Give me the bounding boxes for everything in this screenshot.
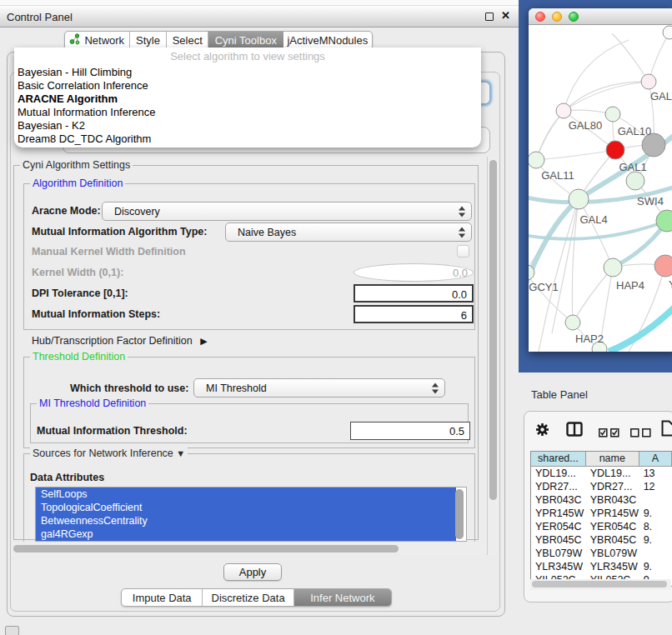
expand-right-icon: ▶ [200,336,207,346]
minimize-window-icon[interactable] [552,12,562,22]
column-header-name[interactable]: name [586,452,639,467]
network-edge-highlighted [609,302,672,352]
tab-impute-data[interactable]: Impute Data [122,589,203,606]
table-row[interactable]: YDR27...YDR27...12 [531,480,672,493]
manual-kernel-width-label: Manual Kernel Width Definition [32,246,186,258]
screen: Control Panel ✕ Network Style Select Cyn… [0,0,672,635]
hide-columns-icon[interactable] [630,426,651,441]
apply-button[interactable]: Apply [223,563,282,581]
node-swi4[interactable] [656,210,672,232]
popup-item-selected[interactable]: ARACNE Algorithm [14,92,481,106]
list-item[interactable]: TopologicalCoefficient [36,501,456,514]
mi-threshold-field[interactable]: 0.5 [350,422,470,440]
list-item[interactable]: SelfLoops [36,488,456,501]
node[interactable] [663,26,672,39]
which-threshold-combo[interactable]: MI Threshold [193,378,445,398]
tab-select[interactable]: Select [167,32,208,49]
popup-item[interactable]: Bayesian - Hill Climbing [14,66,481,79]
aracne-mode-combo[interactable]: Discovery [102,202,472,221]
tab-discretize-data[interactable]: Discretize Data [203,589,293,606]
network-graph: GAL GAL80 GAL10 GAL1 GAL11 SWI4 GAL4 GCY… [529,25,672,352]
network-nodes [529,26,672,352]
node-label: GCY1 [529,281,558,293]
kernel-width-label: Kernel Width (0,1): [32,267,123,278]
node-hap4[interactable] [604,258,622,277]
node[interactable] [654,255,672,277]
close-window-icon[interactable] [535,12,545,22]
node-gal4[interactable] [569,189,589,209]
table-row[interactable]: YBR043CYBR043C [531,493,672,507]
table-row[interactable]: YDL19...YDL19...13 [531,467,672,480]
node[interactable] [626,172,644,190]
panel-corner-button[interactable] [5,626,19,635]
node-label: GAL4 [579,213,607,226]
show-columns-icon[interactable] [599,426,619,441]
tab-infer-network[interactable]: Infer Network [294,589,391,606]
table-header-row: shared... name A [531,452,672,467]
popup-item[interactable]: Dream8 DC_TDC Algorithm [14,132,481,146]
network-canvas[interactable]: GAL GAL80 GAL10 GAL1 GAL11 SWI4 GAL4 GCY… [529,25,672,352]
node-gal1-selected[interactable] [606,141,624,159]
horizontal-scroll-thumb[interactable] [13,545,399,552]
document-icon[interactable] [661,420,672,440]
tab-style[interactable]: Style [130,32,168,49]
mi-steps-label: Mutual Information Steps: [32,308,160,320]
gear-icon[interactable] [535,422,549,440]
network-window-titlebar[interactable] [529,8,672,25]
node-gal80[interactable] [556,103,571,118]
float-window-icon[interactable] [485,12,494,21]
tab-cyni-toolbox[interactable]: Cyni Toolbox [208,32,283,49]
node[interactable] [641,74,656,89]
list-scrollbar[interactable] [455,489,464,539]
cyni-bottom-tabbar: Impute Data Discretize Data Infer Networ… [121,588,392,607]
node-gal10[interactable] [605,107,620,122]
tab-jactivemnodules[interactable]: jActiveMNodules [283,32,372,49]
vertical-scroll-thumb[interactable] [489,160,497,500]
dpi-tolerance-label: DPI Tolerance [0,1]: [32,288,128,299]
sources-title: Sources for Network Inference [33,448,173,459]
kernel-width-field[interactable]: 0.0 [354,263,474,282]
zoom-window-icon[interactable] [569,12,579,22]
table-row[interactable]: YLR345WYLR345W9. [531,560,672,573]
column-header-partial[interactable]: A [639,452,672,467]
which-threshold-value: MI Threshold [206,382,267,394]
list-item[interactable]: BetweennessCentrality [36,514,456,528]
mi-steps-field[interactable]: 6 [354,305,474,323]
split-columns-icon[interactable] [566,422,583,440]
sources-toggle[interactable]: Sources for Network Inference ▼ [30,448,188,459]
tab-network[interactable]: Network [65,32,130,49]
stepper-icon [459,227,466,238]
tab-select-label: Select [173,34,203,47]
table-row[interactable]: YPR145WYPR145W9. [531,507,672,520]
popup-item[interactable]: Bayesian - K2 [14,119,481,132]
node-label: GAL80 [569,119,602,132]
aracne-mode-value: Discovery [114,206,160,218]
table-panel-title: Table Panel [531,388,588,401]
top-strip [0,0,519,6]
hub-section-label: Hub/Transcription Factor Definition [32,335,193,347]
table-scroll-thumb[interactable] [532,581,667,588]
close-icon[interactable]: ✕ [501,9,510,22]
table-horizontal-scrollbar[interactable] [530,579,671,590]
tab-infer-network-label: Infer Network [310,592,374,604]
column-header-shared-name[interactable]: shared... [531,452,586,467]
dpi-tolerance-field[interactable]: 0.0 [354,284,474,302]
settings-vertical-scrollbar[interactable] [487,157,499,555]
table-row[interactable]: YBL079WYBL079W [531,547,672,560]
settings-horizontal-scrollbar[interactable] [12,543,487,554]
network-window[interactable]: GAL GAL80 GAL10 GAL1 GAL11 SWI4 GAL4 GCY… [529,8,672,352]
table-row[interactable]: YBR045CYBR045C9. [531,533,672,547]
table-row[interactable]: YER054CYER054C8. [531,520,672,533]
mi-algorithm-type-combo[interactable]: Naive Bayes [225,222,472,242]
node-gal11[interactable] [529,152,544,168]
tab-style-label: Style [136,34,160,47]
control-panel-titlebar: Control Panel ✕ [0,6,519,28]
hub-transcription-factor-toggle[interactable]: Hub/Transcription Factor Definition ▶ [32,335,208,347]
node-hap2[interactable] [565,315,580,330]
list-item[interactable]: gal4RGexp [36,528,456,541]
node-label: GAL11 [541,169,574,182]
manual-kernel-width-checkbox[interactable] [457,245,469,258]
popup-item[interactable]: Mutual Information Inference [14,106,481,119]
mi-threshold-label: Mutual Information Threshold: [37,425,188,437]
popup-item[interactable]: Basic Correlation Inference [14,79,481,92]
